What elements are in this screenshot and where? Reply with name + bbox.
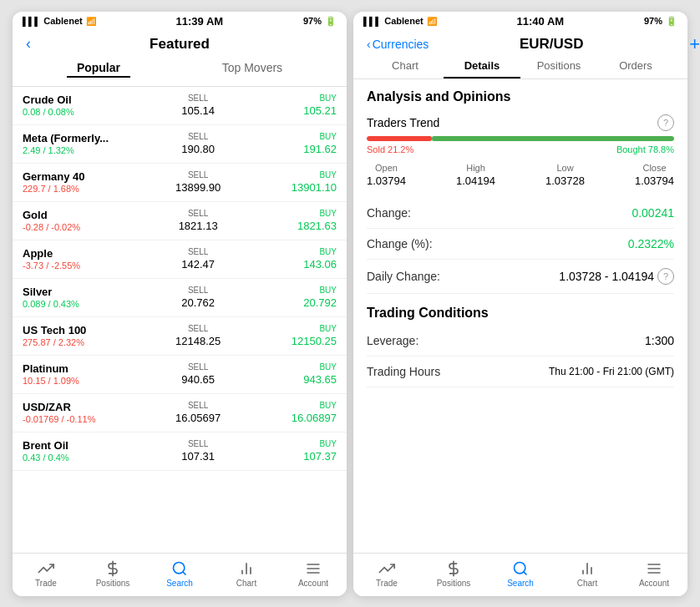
leverage-label: Leverage: xyxy=(367,334,418,347)
sell-label: SELL xyxy=(152,170,245,180)
nav-chart-right[interactable]: Chart xyxy=(566,560,608,588)
svg-line-11 xyxy=(524,571,527,574)
instrument-change: -3.73 / -2.55% xyxy=(23,261,152,271)
change-pct-label: Change (%): xyxy=(367,237,433,250)
tab-popular[interactable]: Popular xyxy=(67,59,130,78)
sell-label: SELL xyxy=(152,209,245,218)
account-icon-right xyxy=(646,560,662,577)
leverage-val: 1:300 xyxy=(645,334,674,347)
back-currencies-button[interactable]: ‹ Currencies xyxy=(367,38,429,51)
low-val: 1.03728 xyxy=(545,175,585,187)
list-item[interactable]: Germany 40 229.7 / 1.68% SELL 13899.90 B… xyxy=(13,164,347,202)
sell-label: SELL xyxy=(152,247,245,256)
buy-label: BUY xyxy=(244,324,337,333)
positions-icon-right xyxy=(445,560,462,577)
instrument-name: Gold xyxy=(23,209,152,221)
list-item[interactable]: Meta (Formerly... 2.49 / 1.32% SELL 190.… xyxy=(13,125,347,164)
tab-positions[interactable]: Positions xyxy=(520,56,597,78)
list-item[interactable]: Brent Oil 0.43 / 0.4% SELL 107.31 BUY 10… xyxy=(13,432,347,471)
nav-account-right[interactable]: Account xyxy=(633,560,675,588)
ohlc-row: Open 1.03794 High 1.04194 Low 1.03728 Cl… xyxy=(367,163,674,188)
daily-change-info-icon[interactable]: ? xyxy=(657,268,674,285)
right-phone: ▌▌▌ Cablenet 📶 11:40 AM 97% 🔋 ‹ Currenci… xyxy=(353,12,687,596)
positions-icon xyxy=(104,560,121,577)
search-icon xyxy=(171,560,188,577)
list-item[interactable]: Apple -3.73 / -2.55% SELL 142.47 BUY 143… xyxy=(13,240,347,279)
buy-price: 191.62 xyxy=(303,143,337,155)
header-featured: ‹ Featured Popular Top Movers xyxy=(13,31,347,87)
list-item[interactable]: Platinum 10.15 / 1.09% SELL 940.65 BUY 9… xyxy=(13,356,347,394)
instrument-change: -0.01769 / -0.11% xyxy=(23,414,152,424)
sell-price: 190.80 xyxy=(181,143,215,155)
open-val: 1.03794 xyxy=(367,175,406,187)
tab-chart[interactable]: Chart xyxy=(367,56,444,78)
time-right: 11:40 AM xyxy=(517,15,565,28)
featured-title: Featured xyxy=(150,36,210,53)
nav-label-trade: Trade xyxy=(35,579,57,588)
battery-right: 97% xyxy=(644,16,662,26)
list-item[interactable]: US Tech 100 275.87 / 2.32% SELL 12148.25… xyxy=(13,317,347,356)
nav-label-search: Search xyxy=(166,579,193,588)
featured-tabs: Popular Top Movers xyxy=(26,58,333,83)
traders-trend-info-icon[interactable]: ? xyxy=(657,114,674,131)
nav-positions-left[interactable]: Positions xyxy=(92,560,134,588)
svg-point-1 xyxy=(174,562,185,573)
bottom-nav-right: Trade Positions Search Chart Account xyxy=(353,553,687,596)
nav-chart-left[interactable]: Chart xyxy=(226,560,267,588)
signal-icon-right: ▌▌▌ xyxy=(363,17,381,26)
nav-label-chart-right: Chart xyxy=(577,579,597,588)
nav-search-right[interactable]: Search xyxy=(500,560,541,588)
trading-hours-row: Trading Hours Thu 21:00 - Fri 21:00 (GMT… xyxy=(367,357,674,387)
tab-top-movers[interactable]: Top Movers xyxy=(212,59,292,78)
bought-pct-label: Bought 78.8% xyxy=(616,144,674,154)
trade-icon-right xyxy=(378,560,395,577)
trading-hours-val: Thu 21:00 - Fri 21:00 (GMT) xyxy=(549,366,674,377)
nav-label-account-right: Account xyxy=(639,579,669,588)
instrument-change: 229.7 / 1.68% xyxy=(23,184,152,194)
nav-trade-right[interactable]: Trade xyxy=(366,560,408,588)
left-phone: ▌▌▌ Cablenet 📶 11:39 AM 97% 🔋 ‹ Featured… xyxy=(13,12,347,596)
nav-account-left[interactable]: Account xyxy=(292,560,334,588)
high-val: 1.04194 xyxy=(456,175,495,187)
nav-label-chart: Chart xyxy=(236,579,256,588)
instrument-name: US Tech 100 xyxy=(23,324,152,336)
buy-label: BUY xyxy=(244,132,337,141)
buy-label: BUY xyxy=(244,286,337,295)
change-row: Change: 0.00241 xyxy=(367,198,674,229)
sell-label: SELL xyxy=(152,94,245,103)
nav-search-left[interactable]: Search xyxy=(159,560,200,588)
buy-price: 943.65 xyxy=(303,373,337,386)
leverage-row: Leverage: 1:300 xyxy=(367,326,674,357)
list-item[interactable]: Crude Oil 0.08 / 0.08% SELL 105.14 BUY 1… xyxy=(13,87,347,125)
sell-label: SELL xyxy=(152,324,245,333)
sell-price: 13899.90 xyxy=(175,181,221,194)
wifi-icon-left: 📶 xyxy=(86,17,96,26)
buy-label: BUY xyxy=(244,362,337,372)
change-pct-row: Change (%): 0.2322% xyxy=(367,229,674,260)
buy-price: 12150.25 xyxy=(292,335,337,347)
buy-label: BUY xyxy=(244,439,337,448)
nav-positions-right[interactable]: Positions xyxy=(433,560,474,588)
trend-labels: Sold 21.2% Bought 78.8% xyxy=(367,144,674,154)
nav-trade-left[interactable]: Trade xyxy=(25,560,67,588)
sell-price: 12148.25 xyxy=(175,335,221,347)
chart-icon xyxy=(238,560,255,577)
list-item[interactable]: Gold -0.28 / -0.02% SELL 1821.13 BUY 182… xyxy=(13,202,347,240)
time-left: 11:39 AM xyxy=(176,15,224,28)
list-item[interactable]: Silver 0.089 / 0.43% SELL 20.762 BUY 20.… xyxy=(13,279,347,317)
sell-price: 16.05697 xyxy=(175,412,221,424)
list-item[interactable]: USD/ZAR -0.01769 / -0.11% SELL 16.05697 … xyxy=(13,394,347,432)
sell-price: 107.31 xyxy=(181,450,215,463)
daily-change-val: 1.03728 - 1.04194 xyxy=(559,270,654,283)
instrument-name: USD/ZAR xyxy=(23,401,152,413)
battery-icon-right: 🔋 xyxy=(666,16,677,27)
battery-icon-left: 🔋 xyxy=(325,16,337,27)
buy-label: BUY xyxy=(244,170,337,180)
signal-icon: ▌▌▌ xyxy=(23,17,40,26)
eurusd-title: EUR/USD xyxy=(429,36,674,53)
buy-label: BUY xyxy=(244,94,337,103)
tab-orders[interactable]: Orders xyxy=(597,56,674,78)
nav-label-positions: Positions xyxy=(96,579,130,588)
tab-details[interactable]: Details xyxy=(444,56,520,78)
back-button-left[interactable]: ‹ xyxy=(26,35,31,53)
